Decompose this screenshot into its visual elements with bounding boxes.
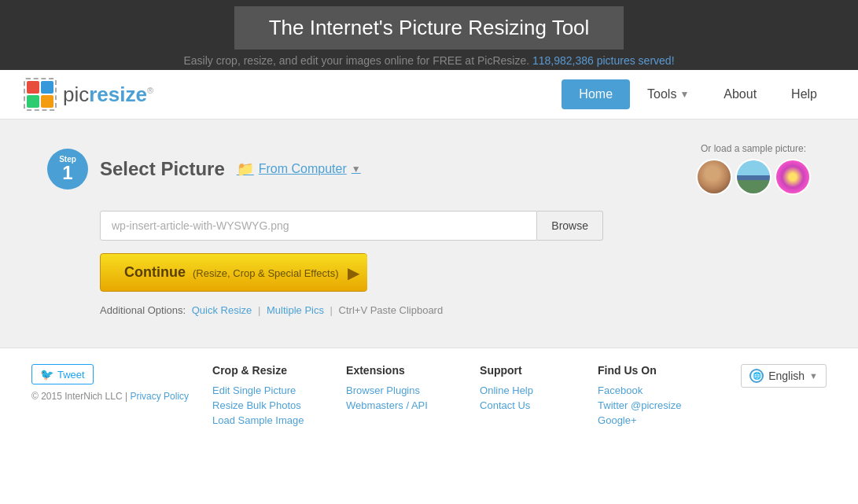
globe-icon: 🌐: [749, 369, 764, 383]
footer: 🐦 Tweet © 2015 InterNich LLC | Privacy P…: [0, 348, 858, 445]
nav-tools-button[interactable]: Tools ▼: [630, 79, 706, 109]
sample-city-image[interactable]: [735, 159, 771, 195]
nav-help-button[interactable]: Help: [774, 79, 834, 109]
dog-visual: [698, 160, 731, 193]
nav-home-button[interactable]: Home: [562, 79, 630, 109]
separator1: |: [258, 304, 260, 316]
footer-browser-plugins-link[interactable]: Browser Plugins: [346, 384, 456, 396]
multiple-pics-link[interactable]: Multiple Pics: [267, 304, 324, 316]
logo-area: picresize®: [24, 78, 562, 111]
from-computer-label: From Computer: [259, 162, 347, 176]
tweet-button[interactable]: 🐦 Tweet: [31, 364, 94, 384]
logo-icon: [24, 78, 57, 111]
tweet-label: Tweet: [57, 369, 85, 381]
logo-sq2: [41, 81, 53, 94]
sample-flower-image[interactable]: [775, 159, 811, 195]
additional-options: Additional Options: Quick Resize | Multi…: [100, 304, 811, 316]
footer-resize-bulk-link[interactable]: Resize Bulk Photos: [212, 399, 322, 411]
footer-contact-link[interactable]: Contact Us: [480, 399, 574, 411]
footer-twitter-link[interactable]: Twitter @picresize: [598, 399, 708, 411]
separator2: |: [330, 304, 333, 316]
nav-about-button[interactable]: About: [706, 79, 774, 109]
language-selector[interactable]: 🌐 English ▼: [741, 364, 827, 388]
step-circle: Step 1: [47, 149, 88, 189]
additional-label: Additional Options:: [100, 304, 186, 316]
logo-text: picresize®: [63, 83, 153, 107]
continue-button[interactable]: Continue (Resize, Crop & Special Effects…: [100, 253, 367, 292]
language-chevron-icon: ▼: [809, 371, 818, 381]
banner-subtitle-plain: Easily crop, resize, and edit your image…: [183, 54, 529, 67]
paste-label: Ctrl+V Paste Clipboard: [339, 304, 444, 316]
nav-tools-label: Tools: [647, 87, 676, 101]
sample-area: Or load a sample picture:: [696, 143, 811, 195]
footer-webmasters-link[interactable]: Webmasters / API: [346, 399, 456, 411]
footer-googleplus-link[interactable]: Google+: [598, 414, 708, 426]
banner-title: The Internet's Picture Resizing Tool: [253, 13, 606, 43]
copyright-text: © 2015 InterNich LLC: [31, 391, 123, 402]
footer-col3-heading: Support: [480, 364, 574, 377]
footer-left: 🐦 Tweet © 2015 InterNich LLC | Privacy P…: [31, 364, 189, 402]
logo-resize: resize: [89, 83, 147, 106]
footer-col-crop: Crop & Resize Edit Single Picture Resize…: [212, 364, 322, 429]
file-path-input[interactable]: [100, 211, 537, 241]
footer-load-sample-link[interactable]: Load Sample Image: [212, 414, 322, 426]
continue-sub-label: (Resize, Crop & Special Effects): [193, 267, 338, 279]
dropdown-arrow-icon: ▼: [352, 164, 361, 175]
logo-sq1: [27, 81, 39, 94]
browse-button[interactable]: Browse: [537, 211, 603, 241]
sample-dog-image[interactable]: [696, 159, 732, 195]
chevron-down-icon: ▼: [679, 89, 689, 100]
copyright: © 2015 InterNich LLC | Privacy Policy: [31, 391, 189, 402]
sample-label: Or load a sample picture:: [701, 143, 806, 154]
from-computer-button[interactable]: 📁 From Computer ▼: [237, 160, 361, 178]
continue-arrow-icon: ▶: [340, 254, 367, 291]
banner-subtitle: Easily crop, resize, and edit your image…: [0, 54, 858, 67]
logo-sq3: [27, 95, 39, 108]
footer-col-support: Support Online Help Contact Us: [480, 364, 574, 414]
footer-col-social: Find Us On Facebook Twitter @picresize G…: [598, 364, 708, 429]
file-input-row: Browse: [100, 211, 603, 241]
flower-visual: [776, 160, 809, 193]
logo-reg: ®: [147, 86, 153, 95]
logo-pic: pic: [63, 83, 89, 106]
twitter-bird-icon: 🐦: [40, 368, 53, 381]
footer-lang-area: 🌐 English ▼: [741, 364, 827, 388]
continue-label: Continue: [124, 264, 186, 280]
footer-col4-heading: Find Us On: [598, 364, 708, 377]
city-visual: [737, 160, 770, 193]
logo-sq4: [41, 95, 53, 108]
banner-subtitle-highlight: 118,982,386 pictures served!: [532, 54, 675, 67]
footer-col2-heading: Extensions: [346, 364, 456, 377]
header: picresize® Home Tools ▼ About Help: [0, 70, 858, 120]
footer-facebook-link[interactable]: Facebook: [598, 384, 708, 396]
step-num: 1: [62, 164, 72, 182]
main-content: Step 1 Select Picture 📁 From Computer ▼ …: [0, 120, 858, 348]
step-row: Step 1 Select Picture 📁 From Computer ▼ …: [47, 143, 811, 195]
continue-btn-wrap: Continue (Resize, Crop & Special Effects…: [100, 253, 811, 292]
privacy-link[interactable]: Privacy Policy: [130, 391, 189, 402]
step-title: Select Picture: [100, 158, 225, 180]
footer-col-extensions: Extensions Browser Plugins Webmasters / …: [346, 364, 456, 414]
footer-online-help-link[interactable]: Online Help: [480, 384, 574, 396]
footer-edit-single-link[interactable]: Edit Single Picture: [212, 384, 322, 396]
folder-icon: 📁: [237, 160, 254, 178]
language-label: English: [768, 370, 805, 382]
sample-images: [696, 159, 811, 195]
footer-col1-heading: Crop & Resize: [212, 364, 322, 377]
main-nav: Home Tools ▼ About Help: [562, 79, 834, 109]
top-banner: The Internet's Picture Resizing Tool Eas…: [0, 0, 858, 70]
quick-resize-link[interactable]: Quick Resize: [192, 304, 252, 316]
